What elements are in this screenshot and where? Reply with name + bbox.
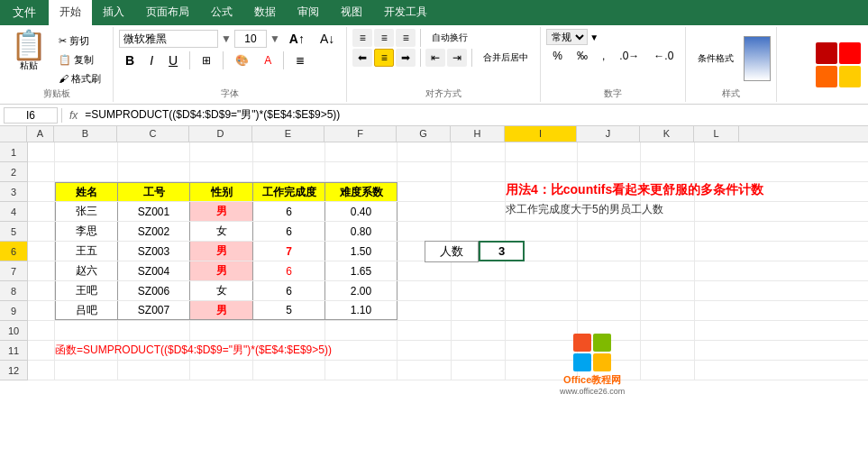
cell-H4[interactable]	[452, 202, 506, 221]
cell-H9[interactable]	[452, 301, 506, 320]
col-header-J[interactable]: J	[577, 126, 640, 142]
decimal-decrease-button[interactable]: ←.0	[647, 47, 680, 65]
cell-B9[interactable]: 吕吧	[55, 301, 118, 320]
cell-C5[interactable]: SZ002	[118, 222, 190, 241]
row-num-4[interactable]: 4	[0, 202, 27, 222]
tab-layout[interactable]: 页面布局	[135, 0, 200, 25]
cell-L12[interactable]	[695, 361, 740, 380]
cell-B7[interactable]: 赵六	[55, 261, 118, 280]
cell-F9[interactable]: 1.10	[325, 301, 397, 320]
cell-D6[interactable]: 男	[190, 242, 253, 261]
tab-developer[interactable]: 开发工具	[373, 0, 438, 25]
cell-L9[interactable]	[695, 301, 740, 320]
cell-H3[interactable]	[452, 182, 506, 201]
cell-D7[interactable]: 男	[190, 261, 253, 280]
increase-font-button[interactable]: A↑	[283, 29, 311, 49]
tab-data[interactable]: 数据	[243, 0, 287, 25]
align-top-center-button[interactable]: ≡	[374, 29, 394, 47]
cell-F12[interactable]	[325, 361, 397, 380]
col-header-E[interactable]: E	[252, 126, 324, 142]
cell-H11[interactable]	[452, 341, 506, 360]
col-header-B[interactable]: B	[54, 126, 117, 142]
cell-H8[interactable]	[452, 281, 506, 300]
conditional-format-button[interactable]: 条件格式	[691, 50, 740, 68]
format-misc-button[interactable]: ≣	[289, 51, 311, 69]
cell-E1[interactable]	[253, 142, 325, 161]
cell-E6[interactable]: 7	[253, 242, 325, 261]
decrease-font-button[interactable]: A↓	[314, 29, 341, 49]
currency-button[interactable]: %	[546, 47, 569, 65]
cell-B4[interactable]: 张三	[55, 202, 118, 221]
bold-button[interactable]: B	[119, 50, 141, 70]
cell-I8[interactable]	[506, 281, 578, 300]
tab-file[interactable]: 文件	[0, 0, 49, 25]
col-header-I[interactable]: I	[505, 126, 577, 142]
cell-A11[interactable]	[28, 341, 55, 360]
cell-ref-input[interactable]	[4, 107, 58, 124]
cell-K7[interactable]	[641, 261, 695, 280]
cell-E7[interactable]: 6	[253, 261, 325, 280]
cell-L11[interactable]	[695, 341, 740, 360]
cell-A7[interactable]	[28, 261, 55, 280]
cell-G4[interactable]	[397, 202, 452, 221]
cell-K9[interactable]	[641, 301, 695, 320]
cell-G11[interactable]	[397, 341, 452, 360]
col-header-A[interactable]: A	[27, 126, 54, 142]
cell-B10[interactable]	[55, 321, 118, 340]
cell-L4[interactable]	[695, 202, 740, 221]
cell-D3-header[interactable]: 性别	[190, 182, 253, 201]
cell-D8[interactable]: 女	[190, 281, 253, 300]
underline-button[interactable]: U	[162, 50, 184, 70]
cell-K10[interactable]	[641, 321, 695, 340]
cell-D5[interactable]: 女	[190, 222, 253, 241]
italic-button[interactable]: I	[143, 50, 160, 70]
cell-A10[interactable]	[28, 321, 55, 340]
cell-G9[interactable]	[397, 301, 452, 320]
cell-L8[interactable]	[695, 281, 740, 300]
cell-K11[interactable]	[641, 341, 695, 360]
tab-insert[interactable]: 插入	[92, 0, 135, 25]
col-header-F[interactable]: F	[324, 126, 397, 142]
cell-D1[interactable]	[190, 142, 253, 161]
col-header-G[interactable]: G	[397, 126, 451, 142]
indent-increase-button[interactable]: ⇥	[447, 49, 467, 67]
cell-J6[interactable]	[578, 242, 641, 261]
cell-G10[interactable]	[397, 321, 452, 340]
cell-F6[interactable]: 1.50	[325, 242, 397, 261]
copy-button[interactable]: 📋 复制	[54, 51, 105, 69]
cell-I12[interactable]: Office教程网 www.office26.com	[506, 361, 578, 380]
cell-G3[interactable]	[397, 182, 452, 201]
cell-H7[interactable]	[452, 261, 506, 280]
cell-K8[interactable]	[641, 281, 695, 300]
row-num-8[interactable]: 8	[0, 281, 27, 301]
row-num-7[interactable]: 7	[0, 261, 27, 281]
cell-B6[interactable]: 王五	[55, 242, 118, 261]
cell-E3-header[interactable]: 工作完成度	[253, 182, 325, 201]
cell-C9[interactable]: SZ007	[118, 301, 190, 320]
cell-E5[interactable]: 6	[253, 222, 325, 241]
decimal-increase-button[interactable]: .0→	[613, 47, 645, 65]
align-right-button[interactable]: ➡	[396, 49, 416, 67]
comma-button[interactable]: ,	[596, 47, 611, 65]
cell-J8[interactable]	[578, 281, 641, 300]
cell-H5[interactable]	[452, 222, 506, 241]
cell-F10[interactable]	[325, 321, 397, 340]
cell-L2[interactable]	[695, 162, 740, 181]
cell-B3-header[interactable]: 姓名	[55, 182, 118, 201]
cell-I6-result[interactable]: 人数 3	[506, 242, 578, 261]
cell-I1[interactable]	[506, 142, 578, 161]
cell-K2[interactable]	[641, 162, 695, 181]
cut-button[interactable]: ✂ 剪切	[54, 32, 105, 50]
cell-A6[interactable]	[28, 242, 55, 261]
cell-C3-header[interactable]: 工号	[118, 182, 190, 201]
border-button[interactable]: ⊞	[196, 51, 217, 69]
cell-E9[interactable]: 5	[253, 301, 325, 320]
cell-J1[interactable]	[578, 142, 641, 161]
tab-home[interactable]: 开始	[49, 0, 92, 25]
row-num-12[interactable]: 12	[0, 361, 27, 380]
cell-E8[interactable]: 6	[253, 281, 325, 300]
cell-I2[interactable]	[506, 162, 578, 181]
cell-I4[interactable]: 求工作完成度大于5的男员工人数	[506, 202, 578, 221]
percent-button[interactable]: ‰	[571, 47, 594, 65]
cell-B11[interactable]: 函数=SUMPRODUCT(($D$4:$D$9="男")*($E$4:$E$9…	[55, 341, 118, 360]
